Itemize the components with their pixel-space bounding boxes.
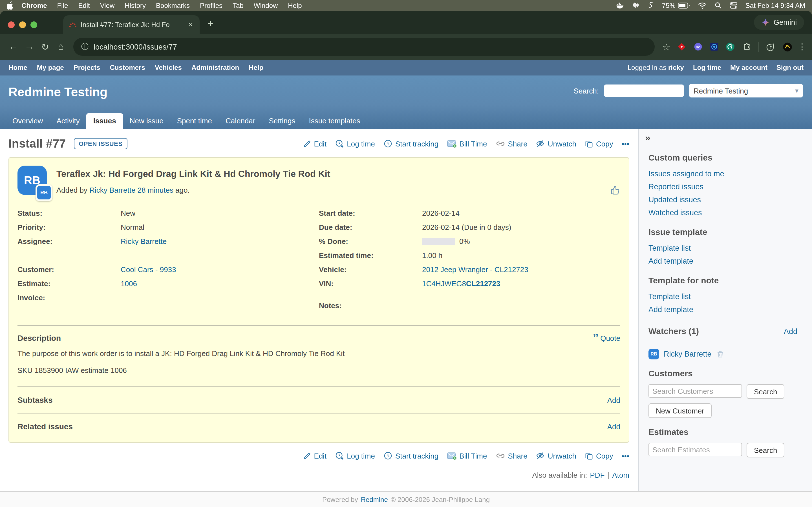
sidebar-link-note-template-list[interactable]: Template list: [649, 291, 797, 302]
menubar-window[interactable]: Window: [249, 1, 283, 9]
tab-settings[interactable]: Settings: [262, 113, 302, 129]
start-tracking-button[interactable]: Start tracking: [384, 139, 439, 148]
delete-watcher-icon[interactable]: [716, 350, 725, 358]
log-time-button[interactable]: Log time: [335, 451, 375, 460]
tab-calendar[interactable]: Calendar: [219, 113, 262, 129]
tab-issues[interactable]: Issues: [87, 113, 123, 129]
sidebar-collapse-icon[interactable]: »: [645, 132, 797, 144]
ext-red-diamond-icon[interactable]: [677, 42, 686, 51]
status-app-icon-1[interactable]: [632, 1, 640, 9]
menubar-file[interactable]: File: [52, 1, 73, 9]
extensions-puzzle-icon[interactable]: [742, 42, 751, 51]
search-input[interactable]: [604, 84, 684, 97]
battery-indicator[interactable]: 75%: [662, 1, 690, 9]
estimate-link[interactable]: 1006: [121, 279, 137, 288]
menubar-bookmarks[interactable]: Bookmarks: [151, 1, 195, 9]
new-customer-button[interactable]: New Customer: [649, 403, 712, 418]
vehicle-link[interactable]: 2012 Jeep Wrangler - CL212723: [422, 265, 528, 274]
control-center-icon[interactable]: [730, 2, 738, 9]
menubar-app-name[interactable]: Chrome: [16, 1, 52, 9]
search-estimates-input[interactable]: [649, 443, 742, 456]
assignee-link[interactable]: Ricky Barrette: [121, 237, 167, 245]
bill-time-button[interactable]: Bill Time: [447, 452, 487, 460]
minimize-window-button[interactable]: [19, 21, 26, 28]
bill-time-button[interactable]: Bill Time: [447, 139, 487, 148]
menubar-tab[interactable]: Tab: [227, 1, 249, 9]
search-estimates-button[interactable]: Search: [747, 443, 784, 457]
copy-button[interactable]: Copy: [585, 139, 613, 148]
add-watcher-link[interactable]: Add: [784, 327, 797, 336]
ext-blue-lock-icon[interactable]: [710, 42, 718, 51]
address-bar[interactable]: ⓘ localhost:3000/issues/77: [73, 38, 654, 56]
search-customers-button[interactable]: Search: [747, 384, 784, 399]
topmenu-projects[interactable]: Projects: [73, 64, 100, 71]
gemini-button[interactable]: Gemini: [754, 15, 804, 30]
zoom-window-button[interactable]: [31, 21, 37, 28]
menubar-edit[interactable]: Edit: [73, 1, 95, 9]
tab-activity[interactable]: Activity: [50, 113, 86, 129]
back-icon[interactable]: ←: [6, 41, 21, 52]
search-customers-input[interactable]: [649, 384, 742, 398]
chrome-menu-kebab-icon[interactable]: ⋮: [798, 42, 806, 52]
menubar-history[interactable]: History: [119, 1, 151, 9]
menubar-help[interactable]: Help: [283, 1, 307, 9]
thumbs-up-icon[interactable]: [610, 185, 621, 195]
menubar-view[interactable]: View: [95, 1, 120, 9]
share-button[interactable]: Share: [495, 452, 527, 460]
project-select[interactable]: Redmine Testing ▾: [689, 84, 803, 98]
unwatch-button[interactable]: Unwatch: [536, 139, 576, 148]
added-time-link[interactable]: 28 minutes: [138, 186, 173, 194]
unwatch-button[interactable]: Unwatch: [536, 451, 576, 460]
watcher-link[interactable]: Ricky Barrette: [664, 350, 712, 358]
topmenu-vehicles[interactable]: Vehicles: [155, 64, 182, 71]
menubar-clock[interactable]: Sat Feb 14 9:34 AM: [746, 1, 805, 9]
add-related-issue-link[interactable]: Add: [607, 422, 620, 431]
new-tab-button[interactable]: +: [207, 18, 213, 30]
redmine-link[interactable]: Redmine: [361, 496, 388, 504]
apple-icon[interactable]: [7, 1, 14, 10]
sidebar-link-reported-issues[interactable]: Reported issues: [649, 181, 797, 192]
tab-spent-time[interactable]: Spent time: [170, 113, 219, 129]
more-actions-button[interactable]: •••: [622, 139, 629, 148]
battery-saver-icon[interactable]: [766, 42, 775, 51]
reload-icon[interactable]: ↻: [37, 41, 53, 53]
share-button[interactable]: Share: [495, 139, 527, 148]
grammarly-icon[interactable]: [726, 42, 735, 51]
sidebar-link-issues-assigned[interactable]: Issues assigned to me: [649, 168, 797, 179]
menubar-profiles[interactable]: Profiles: [195, 1, 227, 9]
site-info-icon[interactable]: ⓘ: [81, 42, 89, 52]
tab-new-issue[interactable]: New issue: [123, 113, 170, 129]
topmenu-my-account[interactable]: My account: [730, 64, 767, 71]
customer-link[interactable]: Cool Cars - 9933: [121, 265, 176, 274]
topmenu-my-page[interactable]: My page: [37, 64, 64, 71]
sidebar-link-template-list[interactable]: Template list: [649, 243, 797, 253]
more-actions-button[interactable]: •••: [622, 452, 629, 460]
edit-button[interactable]: Edit: [303, 139, 326, 148]
browser-tab[interactable]: Install #77: Teraflex Jk: Hd Fo ×: [63, 15, 200, 34]
edit-button[interactable]: Edit: [303, 452, 326, 460]
sidebar-link-note-add-template[interactable]: Add template: [649, 304, 797, 315]
close-window-button[interactable]: [8, 21, 15, 28]
atom-link[interactable]: Atom: [612, 471, 629, 480]
wifi-icon[interactable]: [698, 2, 707, 9]
sidebar-link-updated-issues[interactable]: Updated issues: [649, 194, 797, 205]
topmenu-sign-out[interactable]: Sign out: [776, 64, 804, 71]
vin-link[interactable]: 1C4HJWEG8CL212723: [422, 279, 500, 288]
home-icon[interactable]: ⌂: [53, 41, 69, 52]
sidebar-link-watched-issues[interactable]: Watched issues: [649, 207, 797, 218]
log-time-button[interactable]: Log time: [335, 139, 375, 148]
topmenu-home[interactable]: Home: [8, 64, 28, 71]
pdf-link[interactable]: PDF: [590, 471, 605, 480]
spotlight-icon[interactable]: [714, 2, 722, 9]
docker-icon[interactable]: [616, 2, 624, 9]
topmenu-customers[interactable]: Customers: [110, 64, 145, 71]
copy-button[interactable]: Copy: [585, 452, 613, 460]
ext-purple-circle-icon[interactable]: [694, 42, 703, 51]
quote-button[interactable]: ” Quote: [593, 334, 620, 342]
tab-close-icon[interactable]: ×: [188, 20, 194, 29]
sidebar-link-add-template[interactable]: Add template: [649, 256, 797, 267]
bookmark-star-icon[interactable]: ☆: [662, 41, 670, 52]
start-tracking-button[interactable]: Start tracking: [384, 451, 439, 460]
topmenu-administration[interactable]: Administration: [192, 64, 239, 71]
topmenu-help[interactable]: Help: [249, 64, 263, 71]
